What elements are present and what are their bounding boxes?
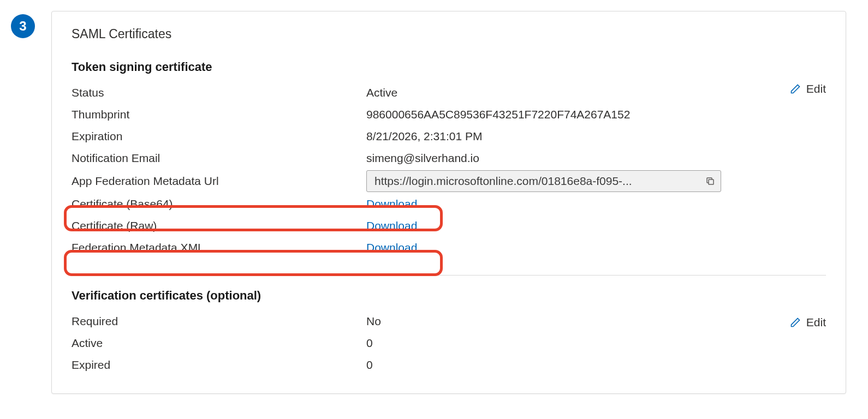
label-federation-url: App Federation Metadata Url [72,175,366,188]
value-notification-email: simeng@silverhand.io [366,152,826,165]
row-expiration: Expiration 8/21/2026, 2:31:01 PM [72,125,826,147]
label-thumbprint: Thumbprint [72,108,366,121]
value-required: No [366,315,826,328]
download-federation-xml-link[interactable]: Download [366,241,417,254]
row-expired: Expired 0 [72,354,826,376]
label-expired: Expired [72,358,366,372]
row-cert-raw: Certificate (Raw) Download [72,215,826,237]
value-active: 0 [366,337,826,350]
row-required: Required No [72,310,826,332]
label-active: Active [72,337,366,350]
value-expired: 0 [366,358,826,372]
value-status: Active [366,86,826,99]
edit-verification-button[interactable]: Edit [790,316,826,329]
federation-url-field[interactable]: https://login.microsoftonline.com/01816e… [366,170,721,192]
pencil-icon [790,317,801,328]
value-expiration: 8/21/2026, 2:31:01 PM [366,130,826,143]
row-active: Active 0 [72,332,826,354]
label-cert-raw: Certificate (Raw) [72,219,366,232]
row-federation-xml: Federation Metadata XML Download [72,237,826,259]
section-divider [72,275,826,276]
edit-label: Edit [806,82,826,95]
download-cert-raw-link[interactable]: Download [366,219,417,232]
federation-url-text: https://login.microsoftonline.com/01816e… [374,175,701,188]
edit-token-signing-button[interactable]: Edit [790,82,826,95]
pencil-icon [790,83,801,94]
label-status: Status [72,86,366,99]
card-title: SAML Certificates [72,27,826,41]
value-thumbprint: 986000656AA5C89536F43251F7220F74A267A152 [366,108,826,121]
label-required: Required [72,315,366,328]
row-cert-base64: Certificate (Base64) Download [72,193,826,215]
label-cert-base64: Certificate (Base64) [72,197,366,211]
verification-title: Verification certificates (optional) [72,289,826,303]
svg-rect-0 [709,179,714,184]
row-status: Status Active [72,82,826,104]
label-notification-email: Notification Email [72,152,366,165]
copy-icon[interactable] [705,176,715,186]
row-federation-url: App Federation Metadata Url https://logi… [72,169,826,193]
label-expiration: Expiration [72,130,366,143]
row-notification-email: Notification Email simeng@silverhand.io [72,147,826,169]
row-thumbprint: Thumbprint 986000656AA5C89536F43251F7220… [72,104,826,125]
saml-certificates-card: SAML Certificates Edit Token signing cer… [51,11,846,394]
label-federation-xml: Federation Metadata XML [72,241,366,254]
token-signing-title: Token signing certificate [72,60,826,74]
step-badge: 3 [11,14,35,38]
download-cert-base64-link[interactable]: Download [366,197,417,211]
edit-label: Edit [806,316,826,329]
